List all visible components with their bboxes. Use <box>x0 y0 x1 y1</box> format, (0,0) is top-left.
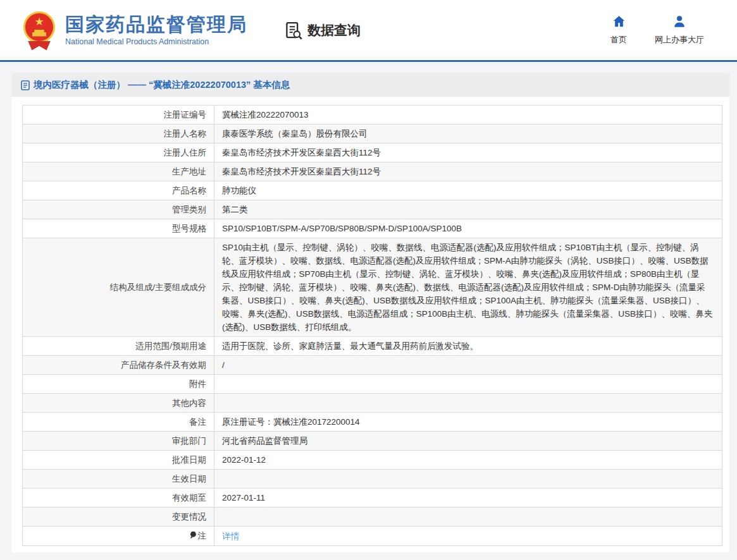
row-label: 变更情况 <box>23 508 214 527</box>
org-name-cn: 国家药品监督管理局 <box>65 14 247 36</box>
table-row: 型号规格SP10/SP10BT/SPM-A/SP70B/SP80B/SPM-D/… <box>23 219 722 238</box>
table-row: 批准日期2022-01-12 <box>23 451 722 470</box>
registration-info-table: 注册证编号冀械注准20222070013注册人名称康泰医学系统（秦皇岛）股份有限… <box>22 105 722 546</box>
org-name-en: National Medical Products Administration <box>65 37 247 46</box>
header-divider <box>0 60 737 62</box>
row-label: 有效期至 <box>23 489 214 508</box>
table-row: 注册人名称康泰医学系统（秦皇岛）股份有限公司 <box>23 125 722 143</box>
row-label: 注册证编号 <box>23 106 214 125</box>
row-value: 肺功能仪 <box>214 181 722 200</box>
table-row: 附件 <box>23 375 722 394</box>
page-document-icon <box>21 80 30 90</box>
details-link[interactable]: 详情 <box>222 532 239 541</box>
row-label: 产品储存条件及有效期 <box>23 356 214 375</box>
table-row: 变更情况 <box>23 508 722 527</box>
row-label: 适用范围/预期用途 <box>23 337 214 356</box>
header-nav: 首页 网上办事大厅 <box>610 15 704 46</box>
row-value: 适用于医院、诊所、家庭肺活量、最大通气量及用药前后激发试验。 <box>214 337 722 356</box>
row-label: 型号规格 <box>23 219 214 238</box>
row-label: 管理类别 <box>23 200 214 219</box>
row-value: 2022-01-12 <box>214 451 722 470</box>
table-row: 注详情 <box>23 527 722 546</box>
table-row: 注册人住所秦皇岛市经济技术开发区秦皇西大街112号 <box>23 143 722 162</box>
row-label: 注 <box>23 527 214 546</box>
row-value <box>214 470 722 489</box>
table-row: 生产地址秦皇岛市经济技术开发区秦皇西大街112号 <box>23 162 722 181</box>
row-label: 生产地址 <box>23 162 214 181</box>
row-label: 其他内容 <box>23 394 214 413</box>
data-query-section: 数据查询 <box>284 20 361 40</box>
row-value: 秦皇岛市经济技术开发区秦皇西大街112号 <box>214 162 722 181</box>
row-value: / <box>214 356 722 375</box>
nav-item-home-label: 首页 <box>610 34 627 46</box>
row-label: 备注 <box>23 413 214 432</box>
row-label: 批准日期 <box>23 451 214 470</box>
row-value: 河北省药品监督管理局 <box>214 432 722 451</box>
info-table-body: 注册证编号冀械注准20222070013注册人名称康泰医学系统（秦皇岛）股份有限… <box>23 106 722 546</box>
row-value <box>214 375 722 394</box>
table-row: 其他内容 <box>23 394 722 413</box>
row-label: 注册人名称 <box>23 125 214 143</box>
row-label: 审批部门 <box>23 432 214 451</box>
row-value: 康泰医学系统（秦皇岛）股份有限公司 <box>214 125 722 143</box>
table-row: 备注原注册证号：冀械注准20172200014 <box>23 413 722 432</box>
row-value: 原注册证号：冀械注准20172200014 <box>214 413 722 432</box>
site-header: ★ 国家药品监督管理局 National Medical Products Ad… <box>0 0 737 60</box>
table-row: 产品名称肺功能仪 <box>23 181 722 200</box>
table-row: 管理类别第二类 <box>23 200 722 219</box>
nav-item-service-hall-label: 网上办事大厅 <box>655 34 704 46</box>
row-label: 附件 <box>23 375 214 394</box>
table-row: 适用范围/预期用途适用于医院、诊所、家庭肺活量、最大通气量及用药前后激发试验。 <box>23 337 722 356</box>
table-row: 产品储存条件及有效期/ <box>23 356 722 375</box>
row-value: 2027-01-11 <box>214 489 722 508</box>
nav-item-home[interactable]: 首页 <box>610 15 627 46</box>
row-value: 详情 <box>214 527 722 546</box>
page-title: 境内医疗器械（注册） —— “冀械注准20222070013” 基本信息 <box>34 79 290 91</box>
row-label: 结构及组成/主要组成成分 <box>23 238 214 337</box>
row-value: SP10/SP10BT/SPM-A/SP70B/SP80B/SPM-D/SP10… <box>214 219 722 238</box>
table-row: 结构及组成/主要组成成分SP10由主机（显示、控制键、涡轮）、咬嘴、数据线、电源… <box>23 238 722 337</box>
row-value: 第二类 <box>214 200 722 219</box>
home-icon <box>612 15 626 31</box>
document-search-icon <box>284 21 303 40</box>
row-value <box>214 508 722 527</box>
row-label: 产品名称 <box>23 181 214 200</box>
data-query-label: 数据查询 <box>307 21 361 39</box>
user-icon <box>672 15 686 31</box>
row-label: 注册人住所 <box>23 143 214 162</box>
row-value <box>214 394 722 413</box>
table-row: 有效期至2027-01-11 <box>23 489 722 508</box>
row-value: SP10由主机（显示、控制键、涡轮）、咬嘴、数据线、电源适配器(选配)及应用软件… <box>214 238 722 337</box>
nmpa-brand[interactable]: ★ 国家药品监督管理局 National Medical Products Ad… <box>22 10 247 51</box>
national-emblem-icon: ★ <box>22 10 56 51</box>
table-row: 审批部门河北省药品监督管理局 <box>23 432 722 451</box>
note-icon <box>189 530 197 543</box>
table-row: 注册证编号冀械注准20222070013 <box>23 106 722 125</box>
nav-item-service-hall[interactable]: 网上办事大厅 <box>655 15 704 46</box>
content-card: 境内医疗器械（注册） —— “冀械注准20222070013” 基本信息 注册证… <box>11 73 729 552</box>
card-titlebar: 境内医疗器械（注册） —— “冀械注准20222070013” 基本信息 <box>11 73 729 97</box>
row-value: 冀械注准20222070013 <box>214 106 722 125</box>
table-row: 生效日期 <box>23 470 722 489</box>
row-label: 生效日期 <box>23 470 214 489</box>
row-value: 秦皇岛市经济技术开发区秦皇西大街112号 <box>214 143 722 162</box>
